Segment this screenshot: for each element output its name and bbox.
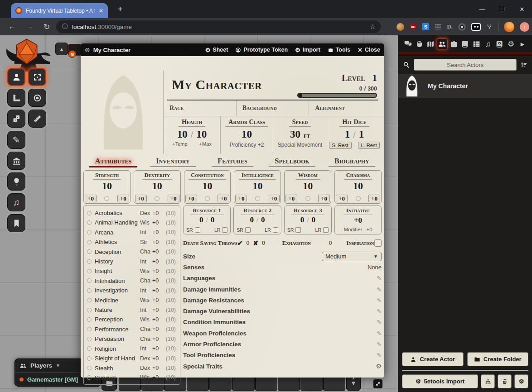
- speed-value[interactable]: 30: [290, 129, 300, 140]
- nav-collapse-button[interactable]: ▲: [55, 43, 68, 55]
- skill-name[interactable]: Sleight of Hand: [95, 355, 140, 362]
- skill-name[interactable]: Insight: [95, 268, 140, 274]
- tab-settings[interactable]: ⚙: [506, 38, 517, 49]
- skill-name[interactable]: Perception: [95, 316, 140, 323]
- character-name[interactable]: My Character: [172, 77, 262, 92]
- skill-name[interactable]: Intimidation: [95, 277, 140, 284]
- ability-save-mod[interactable]: +0: [185, 195, 197, 202]
- close-sheet-button[interactable]: ✕ Close: [358, 47, 380, 53]
- notes-tools[interactable]: [7, 214, 25, 232]
- upload-icon[interactable]: ↑: [520, 22, 529, 32]
- edit-icon[interactable]: ✎: [377, 275, 382, 282]
- death-success-count[interactable]: 0: [246, 240, 249, 246]
- lens-extension-icon[interactable]: [458, 23, 466, 31]
- sr-checkbox[interactable]: [295, 227, 301, 233]
- short-rest-button[interactable]: S. Rest: [329, 142, 352, 149]
- hotbar-page-control[interactable]: ▲ ▼: [346, 376, 361, 391]
- new-tab-button[interactable]: +: [115, 5, 125, 14]
- tab-playlists[interactable]: ♫: [483, 38, 493, 49]
- edit-icon[interactable]: ✎: [377, 330, 382, 337]
- skill-name[interactable]: Medicine: [95, 297, 140, 304]
- skill-name[interactable]: History: [95, 258, 140, 265]
- skill-row[interactable]: Performance Cha +0 (10): [87, 325, 176, 334]
- skill-row[interactable]: Stealth Dex +0 (10): [87, 363, 176, 373]
- skill-proficiency-radio[interactable]: [87, 230, 92, 234]
- skill-proficiency-radio[interactable]: [87, 278, 92, 283]
- skill-name[interactable]: Religion: [95, 345, 140, 352]
- tab-tables[interactable]: [471, 38, 482, 49]
- skill-name[interactable]: Acrobatics: [95, 210, 140, 216]
- skill-proficiency-radio[interactable]: [87, 317, 92, 322]
- inspiration-checkbox[interactable]: [374, 239, 382, 247]
- initiative-value[interactable]: +0: [354, 216, 362, 225]
- skill-row[interactable]: Investigation Int +0 (10): [87, 286, 176, 295]
- skill-proficiency-radio[interactable]: [87, 220, 92, 225]
- tab-actors[interactable]: [437, 38, 448, 49]
- close-window-button[interactable]: ✕: [512, 0, 532, 18]
- fork-extension-icon[interactable]: [486, 23, 493, 30]
- skill-row[interactable]: Arcana Int +0 (10): [87, 228, 176, 237]
- oo-extension-icon[interactable]: [471, 23, 481, 31]
- macro-slot[interactable]: [232, 376, 254, 391]
- hotbar-page-down-icon[interactable]: ▼: [351, 380, 357, 387]
- sheet-tab[interactable]: Features: [203, 157, 262, 169]
- skill-name[interactable]: Athletics: [95, 239, 140, 245]
- skill-name[interactable]: Stealth: [95, 365, 140, 372]
- skill-proficiency-radio[interactable]: [87, 356, 92, 361]
- ability-check-mod[interactable]: +0: [318, 195, 330, 202]
- ability-save-mod[interactable]: +0: [85, 195, 97, 202]
- tab-scenes[interactable]: [426, 38, 436, 49]
- detail-field[interactable]: Alignment: [309, 100, 382, 116]
- skill-proficiency-radio[interactable]: [87, 259, 92, 264]
- resource-max[interactable]: 0: [261, 215, 265, 225]
- skill-row[interactable]: Deception Cha +0 (10): [87, 247, 176, 257]
- macro-slot[interactable]: [300, 376, 323, 391]
- macro-slot[interactable]: [187, 376, 209, 391]
- skill-row[interactable]: Perception Wis +0 (10): [87, 315, 176, 324]
- hp-current[interactable]: 10: [177, 129, 188, 140]
- skill-name[interactable]: Deception: [95, 249, 140, 255]
- forward-icon[interactable]: →: [24, 22, 34, 31]
- sheet-tab[interactable]: Biography: [322, 157, 382, 169]
- resource-value[interactable]: 0: [300, 215, 305, 225]
- detail-field[interactable]: Race: [164, 100, 237, 116]
- skill-proficiency-radio[interactable]: [87, 269, 92, 273]
- skill-row[interactable]: Athletics Str +0 (10): [87, 237, 176, 247]
- ability-save-mod[interactable]: +0: [285, 195, 297, 202]
- ability-score[interactable]: 10: [152, 180, 162, 192]
- skill-name[interactable]: Survival: [95, 374, 140, 381]
- proficiency-radio[interactable]: [205, 196, 210, 201]
- bookmark-star-icon[interactable]: ☆: [370, 23, 376, 31]
- ability-save-mod[interactable]: +0: [336, 195, 348, 202]
- lr-checkbox[interactable]: [222, 227, 227, 233]
- lr-checkbox[interactable]: [273, 227, 278, 233]
- ac-value[interactable]: 10: [242, 129, 252, 140]
- skill-proficiency-radio[interactable]: [87, 366, 92, 370]
- ability-check-mod[interactable]: +0: [117, 195, 129, 202]
- skill-row[interactable]: Survival Wis +0 (10): [87, 373, 176, 382]
- macro-slot[interactable]: [209, 376, 232, 391]
- health-block[interactable]: Health 10 / 10 +Temp +Max: [164, 116, 221, 154]
- proficiency-radio[interactable]: [104, 196, 109, 201]
- ruler-tool[interactable]: [28, 110, 46, 128]
- skill-proficiency-radio[interactable]: [87, 346, 92, 351]
- template-target-tool[interactable]: [28, 89, 46, 107]
- tab-chat[interactable]: [402, 38, 413, 49]
- resource-block[interactable]: Resource 3 0 / 0 SR LR: [284, 206, 332, 234]
- skill-proficiency-radio[interactable]: [87, 337, 92, 341]
- skill-row[interactable]: Religion Int +0 (10): [87, 344, 176, 354]
- delete-button[interactable]: [498, 374, 512, 388]
- ability-score[interactable]: 10: [303, 180, 313, 192]
- hp-max[interactable]: 10: [196, 129, 207, 140]
- tab-combat[interactable]: [414, 38, 425, 49]
- ability-score[interactable]: 10: [353, 180, 363, 192]
- ability-score[interactable]: 10: [102, 180, 112, 192]
- tools-button[interactable]: Tools: [328, 47, 350, 53]
- skill-name[interactable]: Animal Handling: [95, 219, 140, 226]
- macro-slot[interactable]: [278, 376, 300, 391]
- skill-name[interactable]: Investigation: [95, 287, 140, 294]
- death-fail-count[interactable]: 0: [262, 240, 265, 246]
- sound-tools[interactable]: ♫: [7, 193, 25, 211]
- tab-items[interactable]: [448, 38, 459, 49]
- proficiency-radio[interactable]: [305, 196, 310, 201]
